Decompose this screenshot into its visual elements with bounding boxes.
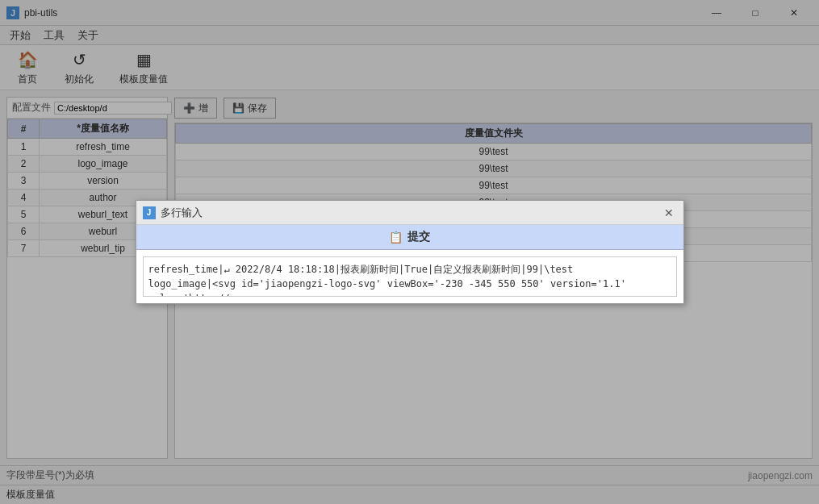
- modal-dialog: J 多行输入 ✕ 📋 提交: [136, 200, 684, 304]
- modal-title-bar: J 多行输入 ✕: [136, 201, 683, 225]
- modal-submit-bar: 📋 提交: [136, 225, 683, 250]
- submit-icon: 📋: [389, 231, 403, 244]
- modal-content: [136, 250, 683, 303]
- submit-button[interactable]: 📋 提交: [389, 230, 430, 244]
- modal-overlay: J 多行输入 ✕ 📋 提交: [0, 0, 819, 504]
- submit-label: 提交: [407, 230, 430, 244]
- modal-textarea[interactable]: [143, 256, 677, 297]
- modal-close-button[interactable]: ✕: [661, 205, 677, 221]
- modal-icon: J: [143, 206, 156, 219]
- modal-title: 多行输入: [161, 206, 661, 220]
